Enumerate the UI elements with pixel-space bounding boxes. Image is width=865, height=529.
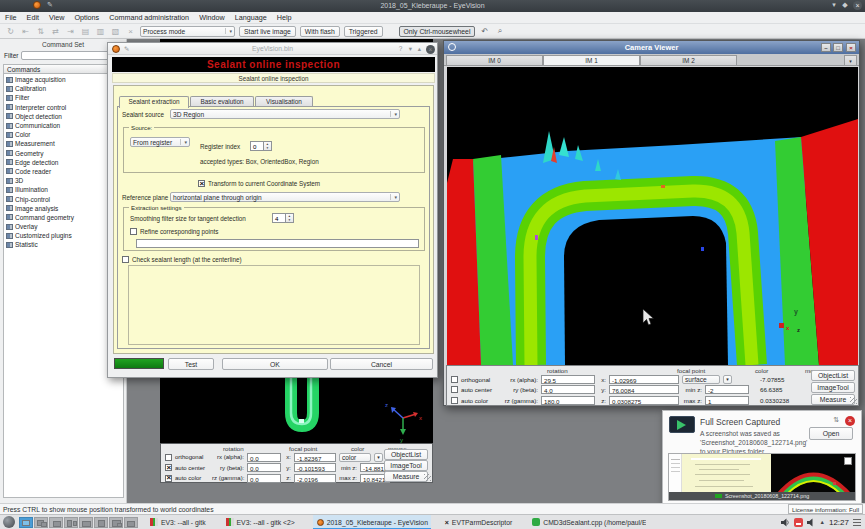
tray-expand-icon[interactable]: ▲ [820, 519, 825, 525]
menu-file[interactable]: File [5, 13, 17, 22]
transform-checkbox[interactable] [198, 180, 205, 187]
auto-color-checkbox[interactable] [451, 397, 458, 404]
imagetool-button[interactable]: ImageTool [811, 382, 855, 393]
unshade-button[interactable]: ▴ [415, 45, 424, 53]
register-index-spinner[interactable]: 0 ▴▾ [250, 141, 272, 151]
expand-thumbnail-icon[interactable] [844, 457, 852, 465]
focal-y-field[interactable]: 76.0084 [609, 385, 679, 394]
command-item[interactable]: Statistic [4, 240, 123, 249]
menu-language[interactable]: Language [235, 13, 267, 22]
refresh-icon[interactable]: ↻ [5, 27, 16, 36]
new-document-icon[interactable]: ▤ [80, 27, 91, 36]
camera-3d-view[interactable]: y x z [447, 67, 858, 365]
ok-button[interactable]: OK [222, 358, 328, 370]
command-item[interactable]: Communication [4, 121, 123, 130]
desktop-2[interactable] [34, 517, 48, 528]
step-up-icon[interactable]: ⇅ [35, 27, 46, 36]
focal-x-field[interactable]: -1.82367 [294, 453, 336, 462]
refine-points-input[interactable] [136, 239, 419, 248]
spinner-arrows-icon[interactable]: ▴▾ [263, 142, 271, 150]
check-sealant-length-checkbox[interactable] [122, 256, 129, 263]
screenshot-thumbnail[interactable]: Screenshot_20180608_122714.png [668, 453, 856, 501]
volume-icon[interactable] [781, 518, 790, 527]
resize-grip[interactable] [424, 474, 431, 481]
save-document-icon[interactable]: ▧ [110, 27, 121, 36]
menu-view[interactable]: View [49, 13, 64, 22]
minimize-button[interactable]: ▾ [829, 1, 839, 9]
command-item[interactable]: Edge detection [4, 158, 123, 167]
command-item[interactable]: Color [4, 130, 123, 139]
notification-actions-icon[interactable]: ⇅ [833, 416, 839, 424]
objectlist-button[interactable]: ObjectList [811, 370, 855, 381]
task-cmd3dsealant[interactable]: CMD3dSealant.cpp (/home/paul/E... [528, 515, 646, 529]
focal-y-field[interactable]: -0.101593 [294, 463, 336, 472]
imagetool-button[interactable]: ImageTool [384, 460, 428, 471]
desktop-7[interactable] [109, 517, 123, 528]
desktop-3[interactable] [49, 517, 63, 528]
only-ctrl-mousewheel-toggle[interactable]: Only Ctrl-mousewheel [399, 26, 476, 37]
menu-edit[interactable]: Edit [27, 13, 39, 22]
color-mode-select[interactable]: surface [682, 375, 720, 384]
command-item[interactable]: Measurement [4, 139, 123, 148]
desktop-8[interactable] [124, 517, 138, 528]
ry-field[interactable]: 4.0 [541, 385, 595, 394]
desktop-5[interactable] [79, 517, 93, 528]
chevron-down-icon[interactable]: ▾ [374, 453, 383, 462]
task-eyevision[interactable]: 2018_05_Kleberaupe - EyeVision [313, 515, 431, 529]
clock[interactable]: 12:27 [829, 518, 849, 527]
volume-2-icon[interactable] [807, 518, 816, 527]
cancel-button[interactable]: Cancel [330, 358, 433, 370]
command-item[interactable]: Image acquisition [4, 75, 123, 84]
notification-close-button[interactable]: × [845, 416, 855, 426]
auto-center-checkbox[interactable] [165, 464, 172, 471]
command-item[interactable]: Command geometry [4, 213, 123, 222]
command-item[interactable]: 3D [4, 176, 123, 185]
command-item[interactable]: Overlay [4, 222, 123, 231]
command-item[interactable]: Object detection [4, 112, 123, 121]
measure-button[interactable]: Measure [811, 394, 855, 405]
menu-help[interactable]: Help [277, 13, 292, 22]
auto-center-checkbox[interactable] [451, 386, 458, 393]
rx-field[interactable]: 0.0 [247, 453, 281, 462]
command-item[interactable]: Interpreter control [4, 103, 123, 112]
resize-grip[interactable] [850, 397, 857, 404]
close-button[interactable]: × [846, 43, 856, 52]
filter-input[interactable] [21, 51, 117, 60]
menu-command-administration[interactable]: Command administration [109, 13, 189, 22]
undo-icon[interactable]: ↶ [479, 27, 490, 36]
focal-z-field[interactable]: 0.0308275 [609, 396, 679, 405]
task-evtparmdescriptor[interactable]: × EVTParmDescriptor [441, 515, 517, 529]
desktop-6[interactable] [94, 517, 108, 528]
max-z-field[interactable]: 1 [705, 396, 749, 405]
panel-menu-icon[interactable] [853, 519, 861, 526]
delete-icon[interactable]: × [125, 27, 136, 36]
tab-im0[interactable]: IM 0 [446, 55, 543, 66]
close-button[interactable]: × [426, 45, 435, 54]
menu-options[interactable]: Options [74, 13, 99, 22]
open-button[interactable]: Open [809, 427, 853, 440]
spinner-arrows-icon[interactable]: ▴▾ [285, 214, 293, 222]
ry-field[interactable]: 0.0 [247, 463, 281, 472]
command-item[interactable]: Code reader [4, 167, 123, 176]
step-forward-icon[interactable]: ⇥ [65, 27, 76, 36]
maximize-button[interactable]: □ [833, 43, 843, 52]
step-down-icon[interactable]: ⇄ [50, 27, 61, 36]
tab-im1[interactable]: IM 1 [543, 55, 640, 66]
test-button[interactable]: Test [168, 358, 214, 370]
command-item[interactable]: Filter [4, 93, 123, 102]
menu-window[interactable]: Window [199, 13, 225, 22]
task-gitk-1[interactable]: EV3: --all - gitk [146, 515, 210, 529]
command-item[interactable]: Geometry [4, 149, 123, 158]
process-mode-select[interactable]: Process mode▾ [140, 26, 235, 37]
measure-button[interactable]: Measure [384, 471, 428, 482]
shade-button[interactable]: ▾ [406, 45, 415, 53]
chevron-down-icon[interactable]: ▾ [723, 375, 732, 384]
close-button[interactable]: × [853, 1, 862, 10]
sealant-source-select[interactable]: 3D Region▾ [170, 109, 400, 119]
with-flash-button[interactable]: With flash [300, 26, 340, 37]
step-back-icon[interactable]: ⇤ [20, 27, 31, 36]
task-gitk-2[interactable]: EV3: --all - gitk <2> [222, 515, 299, 529]
from-register-select[interactable]: From register▾ [130, 137, 190, 147]
rz-field[interactable]: 0.0 [247, 474, 281, 483]
auto-color-checkbox[interactable] [165, 475, 172, 482]
